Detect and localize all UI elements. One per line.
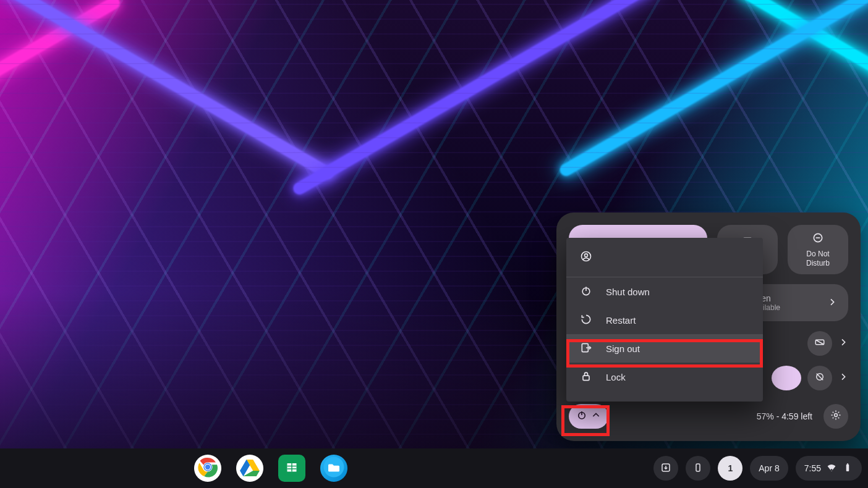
signout-icon	[580, 342, 592, 356]
power-menu-signout[interactable]: Sign out	[566, 334, 763, 363]
dnd-icon	[812, 232, 824, 246]
svg-point-15	[205, 465, 210, 469]
power-menu: Shut down Restart Sign out Lock	[566, 238, 763, 402]
power-menu-button[interactable]	[569, 404, 608, 429]
battery-status-text: 57% - 4:59 left	[757, 411, 812, 421]
dark-theme-button[interactable]	[807, 366, 832, 390]
account-icon	[580, 250, 592, 264]
lock-icon	[580, 370, 592, 384]
shelf-status-area[interactable]: 7:55	[796, 456, 862, 481]
power-menu-shutdown[interactable]: Shut down	[566, 277, 763, 306]
shelf-notification-count[interactable]: 1	[718, 456, 742, 481]
restart-icon	[580, 313, 592, 327]
phone-icon	[692, 462, 704, 475]
keyboard-icon	[814, 337, 825, 350]
power-menu-lock[interactable]: Lock	[566, 363, 763, 391]
power-menu-restart-label: Restart	[606, 315, 636, 326]
app-chrome[interactable]	[194, 455, 221, 482]
chevron-right-icon[interactable]	[838, 337, 848, 350]
wifi-icon	[826, 462, 837, 475]
accent-toggle[interactable]	[772, 366, 801, 390]
drive-icon	[239, 456, 261, 481]
power-icon	[580, 285, 592, 299]
svg-rect-29	[846, 464, 849, 471]
power-menu-account-row[interactable]	[566, 238, 763, 277]
chevron-right-icon	[827, 297, 837, 309]
svg-rect-28	[696, 464, 700, 471]
shelf-downloads-button[interactable]	[653, 456, 678, 481]
svg-rect-30	[847, 463, 848, 465]
sheets-icon	[281, 456, 303, 481]
app-files[interactable]	[320, 455, 347, 482]
settings-button[interactable]	[823, 404, 848, 429]
folder-icon	[323, 456, 345, 481]
app-drive[interactable]	[236, 455, 263, 482]
chrome-icon	[197, 456, 219, 481]
power-menu-signout-label: Sign out	[606, 343, 640, 354]
gear-icon	[830, 410, 841, 423]
battery-icon	[842, 462, 853, 475]
chevron-up-icon	[591, 410, 601, 423]
shelf-date-text: Apr 8	[759, 463, 779, 473]
keyboard-brightness-button[interactable]	[807, 331, 832, 356]
chevron-right-icon[interactable]	[838, 372, 848, 384]
download-tray-icon	[660, 462, 671, 475]
svg-rect-11	[583, 376, 589, 381]
power-menu-shutdown-label: Shut down	[606, 287, 650, 297]
shelf-phone-hub-button[interactable]	[686, 456, 710, 481]
shelf-time: 7:55	[804, 463, 821, 473]
notification-count-value: 1	[728, 463, 733, 473]
power-menu-lock-label: Lock	[606, 372, 626, 382]
shelf-date-pill[interactable]: Apr 8	[750, 456, 788, 481]
app-sheets[interactable]	[278, 455, 305, 482]
dnd-tile[interactable]: Do NotDisturb	[788, 225, 848, 274]
power-icon	[576, 410, 587, 423]
dark-theme-icon	[814, 371, 825, 385]
svg-point-8	[585, 254, 588, 257]
power-menu-restart[interactable]: Restart	[566, 306, 763, 334]
shelf: 1 Apr 8 7:55	[0, 448, 868, 488]
svg-point-6	[835, 414, 838, 417]
